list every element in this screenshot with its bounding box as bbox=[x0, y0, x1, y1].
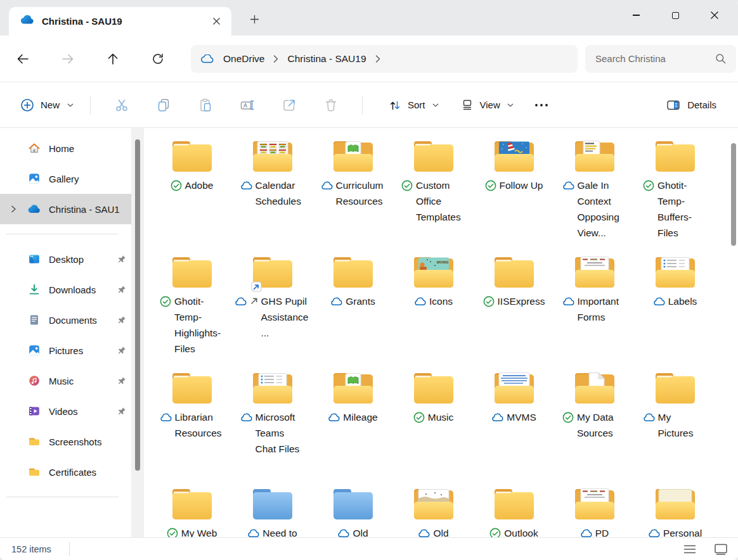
breadcrumb-onedrive[interactable]: OneDrive bbox=[221, 52, 267, 66]
folder-item[interactable]: My Data Sources bbox=[554, 371, 635, 487]
titlebar[interactable]: Christina - SAU19 bbox=[0, 0, 738, 35]
folder-item[interactable]: Old bbox=[393, 487, 474, 537]
copy-button[interactable] bbox=[145, 91, 182, 119]
folder-item[interactable]: Need to bbox=[232, 487, 313, 537]
folder-item[interactable]: My Pictures bbox=[635, 371, 715, 487]
more-options-button[interactable] bbox=[528, 92, 555, 118]
folder-item[interactable]: Curriculum Resources bbox=[313, 139, 393, 255]
synced-status-icon bbox=[171, 180, 182, 194]
folder-item[interactable]: MVMS bbox=[474, 371, 554, 487]
details-pane-icon bbox=[666, 98, 681, 113]
refresh-button[interactable] bbox=[144, 46, 172, 72]
sidebar-scrollbar-thumb[interactable] bbox=[135, 139, 140, 471]
folder-icon bbox=[413, 371, 454, 404]
folder-icon bbox=[494, 139, 534, 172]
folder-item[interactable]: Grants bbox=[313, 255, 393, 371]
window-tab[interactable]: Christina - SAU19 bbox=[9, 7, 231, 35]
folder-icon bbox=[574, 371, 615, 404]
sidebar-item-downloads[interactable]: Downloads bbox=[0, 274, 144, 305]
content-scrollbar[interactable] bbox=[731, 143, 736, 246]
folder-item[interactable]: My Web bbox=[152, 487, 232, 537]
details-button[interactable]: Details bbox=[658, 92, 724, 118]
trash-icon bbox=[323, 98, 339, 113]
sidebar-item-christina-sau1[interactable]: Christina - SAU1 bbox=[0, 194, 144, 224]
folder-item[interactable]: Microsoft Teams Chat Files bbox=[232, 371, 313, 487]
sidebar-item-documents[interactable]: Documents bbox=[0, 305, 144, 335]
cut-icon bbox=[114, 98, 129, 113]
list-view-toggle-icon[interactable] bbox=[683, 544, 696, 554]
folder-item[interactable]: PD bbox=[554, 487, 635, 537]
chevron-right-icon[interactable] bbox=[273, 55, 278, 63]
new-tab-button[interactable] bbox=[245, 10, 264, 29]
folder-item[interactable]: Mileage bbox=[313, 371, 393, 487]
up-button[interactable] bbox=[99, 46, 127, 72]
rename-button[interactable] bbox=[229, 91, 266, 119]
synced-status-icon bbox=[401, 180, 413, 225]
sidebar-scrollbar-track[interactable] bbox=[131, 128, 144, 537]
folder-name: GHS Pupil Assistance... bbox=[261, 293, 311, 341]
paste-button[interactable] bbox=[187, 91, 224, 119]
folder-item[interactable]: Gale In Context Opposing View... bbox=[554, 139, 635, 255]
sidebar-item-gallery[interactable]: Gallery bbox=[0, 163, 144, 194]
forward-button[interactable] bbox=[54, 46, 82, 72]
sidebar-item-certificates[interactable]: Certificates bbox=[0, 457, 144, 487]
cut-button[interactable] bbox=[103, 91, 140, 119]
folder-item[interactable]: Ghotit-Temp-Buffers-Files bbox=[635, 139, 715, 255]
folder-icon bbox=[252, 487, 293, 520]
tab-close-icon[interactable] bbox=[207, 13, 225, 30]
close-button[interactable] bbox=[695, 0, 734, 30]
folder-item[interactable]: Music bbox=[393, 371, 474, 487]
folder-item[interactable]: MVMSIcons bbox=[393, 255, 474, 371]
folder-item[interactable]: Calendar Schedules bbox=[232, 139, 313, 255]
breadcrumb-current[interactable]: Christina - SAU19 bbox=[285, 52, 368, 66]
back-button[interactable] bbox=[9, 46, 37, 72]
folder-item[interactable]: Librarian Resources bbox=[152, 371, 232, 487]
up-arrow-icon bbox=[106, 52, 120, 66]
folder-icon bbox=[655, 371, 696, 404]
folder-name: Ghotit-Temp-Highlights-Files bbox=[174, 293, 224, 357]
onedrive-cloud-icon bbox=[28, 203, 41, 215]
folder-item[interactable]: Personal bbox=[635, 487, 715, 537]
minimize-button[interactable] bbox=[616, 0, 656, 30]
tab-title: Christina - SAU19 bbox=[42, 16, 207, 27]
delete-button[interactable] bbox=[313, 91, 349, 119]
thumbnail-view-toggle-icon[interactable] bbox=[714, 544, 728, 555]
sort-button[interactable]: Sort bbox=[382, 93, 445, 117]
address-bar[interactable]: OneDrive Christina - SAU19 bbox=[191, 45, 578, 73]
folder-name: My Web bbox=[181, 525, 217, 537]
sidebar-item-label: Pictures bbox=[49, 345, 83, 356]
new-button[interactable]: New bbox=[14, 93, 80, 117]
sidebar-item-pictures[interactable]: Pictures bbox=[0, 335, 144, 366]
folder-icon bbox=[252, 255, 293, 288]
synced-status-icon bbox=[489, 528, 501, 537]
folder-item[interactable]: Follow Up bbox=[474, 139, 554, 255]
desktop-icon bbox=[28, 253, 41, 265]
ellipsis-icon bbox=[534, 103, 548, 107]
folder-item[interactable]: Important Forms bbox=[554, 255, 635, 371]
folder-name: Labels bbox=[668, 293, 697, 309]
folder-item[interactable]: Old bbox=[313, 487, 393, 537]
folder-name: Personal bbox=[663, 525, 702, 537]
sidebar-item-home[interactable]: Home bbox=[0, 133, 144, 163]
folder-item[interactable]: Custom Office Templates bbox=[393, 139, 474, 255]
folder-item[interactable]: GHS Pupil Assistance... bbox=[232, 255, 313, 371]
sidebar-item-desktop[interactable]: Desktop bbox=[0, 244, 144, 274]
sidebar-item-music[interactable]: Music bbox=[0, 366, 144, 396]
view-button[interactable]: View bbox=[454, 93, 520, 117]
search-input[interactable]: Search Christina bbox=[585, 45, 736, 73]
search-icon[interactable] bbox=[715, 53, 726, 64]
folder-item[interactable]: IISExpress bbox=[474, 255, 554, 371]
maximize-button[interactable] bbox=[656, 0, 695, 30]
folder-item[interactable]: Ghotit-Temp-Highlights-Files bbox=[152, 255, 232, 371]
folder-item[interactable]: Adobe bbox=[152, 139, 232, 255]
share-button[interactable] bbox=[271, 91, 308, 119]
expand-chevron-icon[interactable] bbox=[10, 205, 17, 215]
sidebar-item-videos[interactable]: Videos bbox=[0, 396, 144, 426]
folder-item[interactable]: Labels bbox=[635, 255, 715, 371]
cloud-status-icon bbox=[240, 181, 252, 209]
folder-item[interactable]: Outlook bbox=[474, 487, 554, 537]
folder-icon bbox=[252, 139, 293, 172]
cloud-status-icon bbox=[328, 413, 340, 425]
sidebar-item-screenshots[interactable]: Screenshots bbox=[0, 426, 144, 457]
chevron-right-icon[interactable] bbox=[375, 55, 380, 63]
